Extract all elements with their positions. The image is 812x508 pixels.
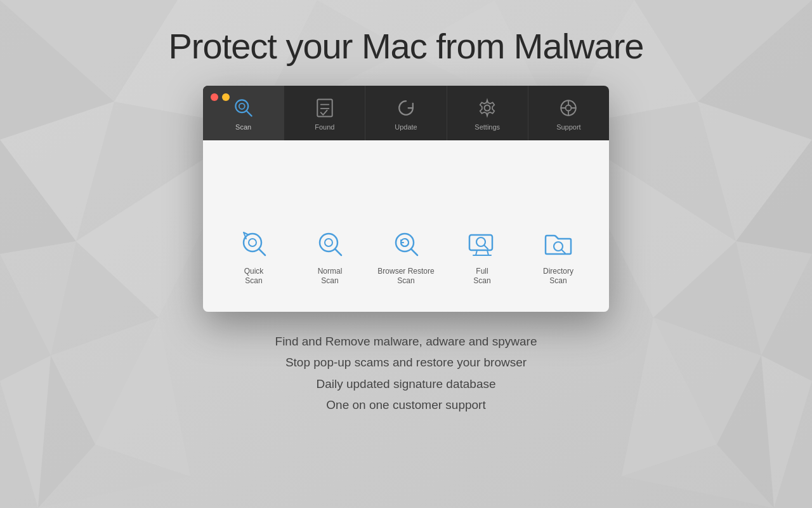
normal-scan-label: NormalScan <box>318 267 343 286</box>
toolbar: Scan Found <box>203 86 609 140</box>
content-top-area <box>203 153 609 218</box>
full-scan-label: FullScan <box>473 267 490 286</box>
feature-3: Daily updated signature database <box>275 373 537 394</box>
svg-line-63 <box>484 245 488 249</box>
page-title: Protect your Mac from Malware <box>169 25 644 67</box>
svg-line-56 <box>411 249 417 255</box>
full-scan-icon <box>466 227 499 260</box>
feature-4: One on one customer support <box>275 394 537 415</box>
svg-point-42 <box>485 105 490 111</box>
feature-1: Find and Remove malware, adware and spyw… <box>275 331 537 352</box>
update-icon <box>395 97 417 119</box>
close-button[interactable] <box>211 93 218 101</box>
svg-line-65 <box>561 250 565 253</box>
tab-update-label: Update <box>395 123 417 131</box>
settings-icon <box>476 97 499 119</box>
tab-scan-label: Scan <box>235 123 251 131</box>
found-icon <box>313 97 336 119</box>
tab-found-label: Found <box>315 123 334 131</box>
normal-scan-option[interactable]: NormalScan <box>292 218 368 293</box>
svg-point-51 <box>249 239 256 246</box>
browser-restore-scan-icon <box>390 227 422 260</box>
support-icon <box>557 97 580 119</box>
traffic-lights <box>211 93 230 101</box>
svg-line-50 <box>259 249 265 255</box>
directory-scan-icon <box>542 227 575 260</box>
quick-scan-label: QuickScan <box>244 267 264 286</box>
tab-update[interactable]: Update <box>365 86 447 140</box>
tab-settings-label: Settings <box>475 123 500 131</box>
directory-scan-label: DirectoryScan <box>543 267 573 286</box>
minimize-button[interactable] <box>222 93 230 101</box>
scan-options-row: QuickScan NormalScan <box>203 218 609 293</box>
features-list: Find and Remove malware, adware and spyw… <box>275 331 537 415</box>
directory-scan-option[interactable]: DirectoryScan <box>520 218 596 293</box>
feature-2: Stop pop-up scams and restore your brows… <box>275 352 537 373</box>
full-scan-option[interactable]: FullScan <box>444 218 520 293</box>
tab-settings[interactable]: Settings <box>447 86 528 140</box>
quick-scan-icon <box>237 227 270 260</box>
tab-found[interactable]: Found <box>284 86 365 140</box>
scan-icon <box>232 97 255 119</box>
svg-point-38 <box>239 104 244 109</box>
browser-restore-scan-option[interactable]: Browser RestoreScan <box>368 218 444 293</box>
tab-support[interactable]: Support <box>528 86 609 140</box>
app-content: QuickScan NormalScan <box>203 140 609 312</box>
quick-scan-option[interactable]: QuickScan <box>216 218 292 293</box>
svg-line-53 <box>335 249 341 255</box>
normal-scan-icon <box>313 227 346 260</box>
svg-point-44 <box>566 105 572 111</box>
app-window: Scan Found <box>203 86 609 312</box>
tab-support-label: Support <box>556 123 581 131</box>
toolbar-tabs: Scan Found <box>203 86 609 140</box>
svg-point-54 <box>325 239 332 246</box>
browser-restore-scan-label: Browser RestoreScan <box>377 267 434 286</box>
svg-line-37 <box>246 111 251 116</box>
